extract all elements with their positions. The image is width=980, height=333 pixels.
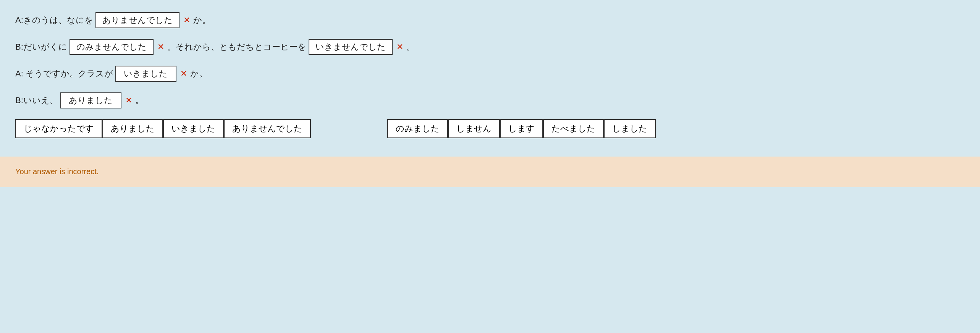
line-3: A: そうですか。クラスが いきました ✕ か。 [15,66,965,82]
word-tile-4[interactable]: ありませんでした [224,119,311,138]
line1-answer-box: ありませんでした [95,12,180,28]
line2-xmark2: ✕ [396,42,403,52]
line3-suffix: か。 [190,68,207,79]
line-4: B:いいえ、 ありました ✕ 。 [15,92,965,108]
line3-answer: いきました [124,68,168,79]
line2-prefix: B:だいがくに [15,41,67,53]
line2-answer: のみませんでした [76,41,147,53]
line-2: B:だいがくに のみませんでした ✕ 。それから、ともだちとコーヒーを いきませ… [15,39,965,55]
line4-suffix: 。 [135,95,144,106]
line4-prefix: B:いいえ、 [15,95,58,106]
line2-suffix: 。 [406,41,415,53]
word-tile-1[interactable]: じゃなかったです [15,119,102,138]
word-tile-2[interactable]: ありました [102,119,163,138]
line2-answer-box: のみませんでした [70,39,154,55]
main-area: A:きのうは、なにを ありませんでした ✕ か。 B:だいがくに のみませんでし… [0,0,980,157]
line3-prefix: A: そうですか。クラスが [15,68,113,79]
word-tile-8[interactable]: たべました [543,119,604,138]
word-tile-9[interactable]: しました [604,119,656,138]
line4-answer-box: ありました [60,92,121,108]
feedback-area: Your answer is incorrect. [0,157,980,187]
line2-middle: 。それから、ともだちとコーヒーを [167,41,306,53]
line1-answer: ありませんでした [102,15,173,26]
word-tile-7[interactable]: します [500,119,543,138]
line1-suffix: か。 [193,15,210,26]
line4-xmark: ✕ [125,95,132,105]
word-bank-row1: じゃなかったです ありました いきました ありませんでした のみました しません… [15,119,604,138]
line-1: A:きのうは、なにを ありませんでした ✕ か。 [15,12,965,28]
line2-answer-box2: いきませんでした [309,39,393,55]
line1-xmark: ✕ [183,15,190,25]
line3-answer-box: いきました [115,66,176,82]
word-bank-row2: しました [604,119,656,138]
line4-answer: ありました [69,95,113,106]
word-tile-3[interactable]: いきました [163,119,224,138]
word-bank: じゃなかったです ありました いきました ありませんでした のみました しません… [15,119,965,141]
line3-xmark: ✕ [180,69,187,79]
line2-answer2: いきませんでした [315,41,386,53]
feedback-text: Your answer is incorrect. [15,167,99,176]
line2-xmark1: ✕ [157,42,164,52]
line1-prefix: A:きのうは、なにを [15,15,93,26]
word-tile-5[interactable]: のみました [387,119,448,138]
word-tile-6[interactable]: しません [448,119,500,138]
